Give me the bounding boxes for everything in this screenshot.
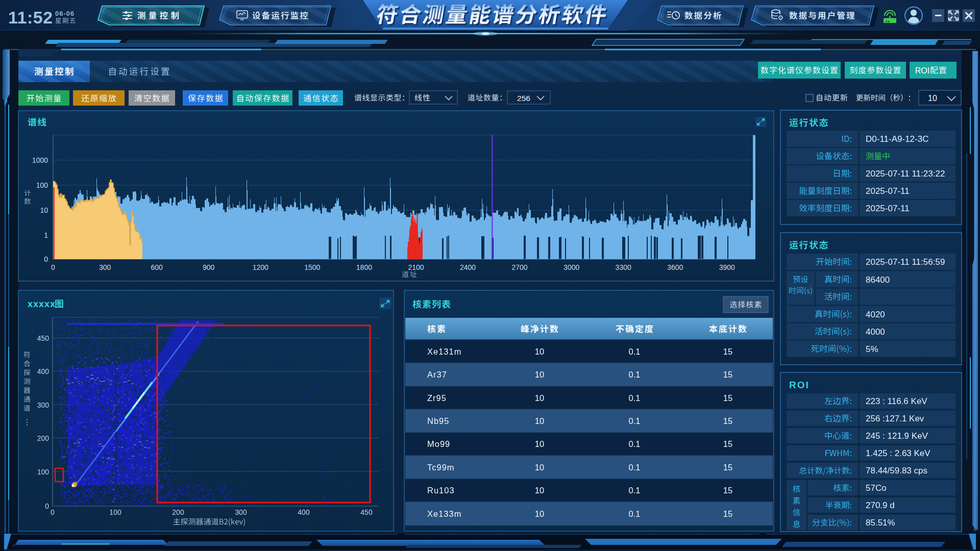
svg-text:0.1: 0.1 (629, 370, 641, 379)
svg-text:Mo99: Mo99 (427, 439, 450, 448)
svg-text:86400: 86400 (866, 275, 890, 285)
svg-text:450: 450 (37, 334, 50, 342)
svg-text:270.9 d: 270.9 d (866, 500, 895, 510)
svg-text:256 :127.1 Kev: 256 :127.1 Kev (866, 414, 924, 423)
svg-text:10: 10 (535, 416, 544, 425)
svg-text:2100: 2100 (408, 263, 424, 271)
svg-text:15: 15 (723, 463, 732, 472)
svg-text:Xe133m: Xe133m (427, 509, 461, 518)
svg-text:4000: 4000 (866, 327, 885, 337)
svg-text:10: 10 (535, 486, 544, 495)
svg-text:3300: 3300 (616, 263, 631, 271)
svg-text:Nb95: Nb95 (427, 416, 449, 425)
svg-text:0.1: 0.1 (629, 439, 641, 448)
svg-text:Ru103: Ru103 (427, 486, 455, 495)
svg-text:3900: 3900 (719, 263, 735, 271)
svg-text:900: 900 (203, 263, 215, 271)
svg-text:10: 10 (535, 393, 544, 403)
svg-text:Tc99m: Tc99m (427, 463, 455, 472)
svg-text:100: 100 (109, 508, 121, 516)
svg-text:256: 256 (517, 94, 530, 103)
svg-text:10: 10 (535, 439, 544, 448)
svg-text:15: 15 (723, 370, 732, 379)
svg-text:1000: 1000 (32, 156, 48, 164)
svg-text:Ar37: Ar37 (427, 370, 447, 379)
svg-text:11:52: 11:52 (8, 8, 53, 27)
svg-text:3600: 3600 (667, 263, 683, 271)
svg-text:0: 0 (44, 255, 48, 263)
svg-text:Zr95: Zr95 (427, 393, 447, 403)
svg-text:600: 600 (151, 263, 163, 271)
svg-text:300: 300 (235, 508, 247, 516)
svg-text:4020: 4020 (866, 310, 885, 319)
svg-text:450: 450 (360, 508, 373, 516)
svg-text:300: 300 (99, 263, 111, 271)
svg-text:78.44/59.83 cps: 78.44/59.83 cps (866, 466, 927, 475)
svg-text:85.51%: 85.51% (866, 518, 895, 528)
svg-text:ROI: ROI (789, 380, 810, 390)
svg-text:0.1: 0.1 (629, 416, 641, 425)
svg-text:300: 300 (37, 401, 50, 409)
svg-text:1800: 1800 (356, 263, 372, 271)
svg-text:2400: 2400 (460, 263, 476, 271)
svg-text:15: 15 (723, 509, 732, 518)
svg-text:0.1: 0.1 (629, 393, 641, 403)
svg-text:15: 15 (723, 439, 732, 448)
svg-text:xxxxx: xxxxx (28, 299, 56, 309)
svg-text:1: 1 (44, 231, 48, 239)
svg-text:223 : 116.6 KeV: 223 : 116.6 KeV (866, 396, 927, 406)
svg-text:2025-07-11: 2025-07-11 (866, 204, 910, 213)
svg-text:400: 400 (37, 367, 50, 375)
svg-text:10: 10 (535, 509, 544, 518)
svg-text:1200: 1200 (253, 263, 268, 271)
svg-text:245 : 121.9 KeV: 245 : 121.9 KeV (866, 431, 928, 441)
svg-text:06-06: 06-06 (55, 10, 75, 17)
svg-text:0.1: 0.1 (629, 486, 641, 495)
svg-text:1500: 1500 (304, 263, 320, 271)
svg-text:2025-07-11 11:23:22: 2025-07-11 11:23:22 (866, 169, 945, 179)
svg-text:200: 200 (172, 508, 184, 516)
svg-text:10: 10 (928, 94, 937, 103)
svg-text:2025-07-11 11:56:59: 2025-07-11 11:56:59 (866, 257, 945, 267)
svg-text:0.1: 0.1 (629, 347, 641, 356)
svg-text:57Co: 57Co (866, 483, 887, 493)
svg-text:0: 0 (51, 508, 55, 516)
svg-text:15: 15 (723, 393, 732, 403)
svg-text:2700: 2700 (512, 263, 528, 271)
svg-text:1.425 : 2.63 KeV: 1.425 : 2.63 KeV (866, 448, 930, 458)
svg-text:0: 0 (51, 263, 55, 271)
svg-text:15: 15 (723, 416, 732, 425)
svg-text:0.1: 0.1 (629, 463, 641, 472)
svg-text:0: 0 (45, 502, 49, 510)
svg-text:15: 15 (723, 486, 732, 495)
svg-text:10: 10 (535, 370, 544, 379)
svg-text:0.1: 0.1 (629, 509, 641, 518)
svg-text:10: 10 (40, 206, 48, 214)
svg-text:200: 200 (37, 434, 50, 442)
svg-text:10: 10 (535, 463, 544, 472)
svg-text:10: 10 (535, 347, 544, 356)
svg-text:400: 400 (298, 508, 310, 516)
svg-text:ROI: ROI (915, 66, 929, 75)
svg-text:2025-07-11: 2025-07-11 (866, 186, 910, 196)
svg-text:15: 15 (723, 347, 732, 356)
svg-text:D0-11-A9-12-3C: D0-11-A9-12-3C (866, 134, 928, 144)
svg-text:5%: 5% (866, 344, 878, 354)
svg-text:3000: 3000 (564, 263, 579, 271)
svg-text:100: 100 (37, 468, 50, 476)
svg-text:100: 100 (36, 181, 48, 189)
svg-text:Xe131m: Xe131m (427, 347, 461, 356)
